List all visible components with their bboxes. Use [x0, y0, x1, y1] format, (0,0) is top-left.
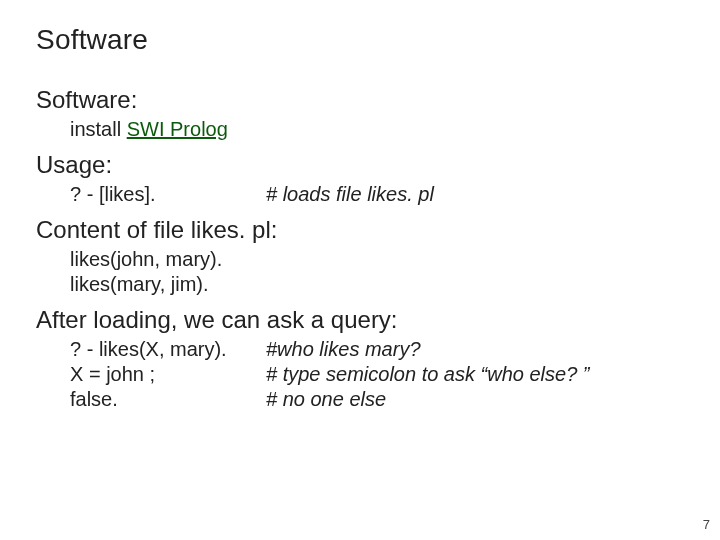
section-query-heading: After loading, we can ask a query: — [36, 306, 684, 334]
query-row-3: false. # no one else — [70, 388, 684, 411]
usage-row: ? - [likes]. # loads file likes. pl — [70, 183, 684, 206]
section-software-heading: Software: — [36, 86, 684, 114]
content-line-1: likes(john, mary). — [70, 248, 684, 271]
slide-title: Software — [36, 24, 684, 56]
install-prefix: install — [70, 118, 127, 140]
section-content-heading: Content of file likes. pl: — [36, 216, 684, 244]
query-comment-1: #who likes mary? — [266, 338, 421, 361]
slide: Software Software: install SWI Prolog Us… — [0, 0, 720, 411]
query-left-1: ? - likes(X, mary). — [70, 338, 266, 361]
query-comment-3: # no one else — [266, 388, 386, 411]
query-left-3: false. — [70, 388, 266, 411]
section-usage-heading: Usage: — [36, 151, 684, 179]
query-row-2: X = john ; # type semicolon to ask “who … — [70, 363, 684, 386]
swi-prolog-link[interactable]: SWI Prolog — [127, 118, 228, 140]
usage-command: ? - [likes]. — [70, 183, 266, 206]
content-line-2: likes(mary, jim). — [70, 273, 684, 296]
usage-comment: # loads file likes. pl — [266, 183, 434, 206]
query-comment-2: # type semicolon to ask “who else? ” — [266, 363, 590, 386]
query-left-2: X = john ; — [70, 363, 266, 386]
query-row-1: ? - likes(X, mary). #who likes mary? — [70, 338, 684, 361]
software-install-line: install SWI Prolog — [70, 118, 684, 141]
page-number: 7 — [703, 517, 710, 532]
